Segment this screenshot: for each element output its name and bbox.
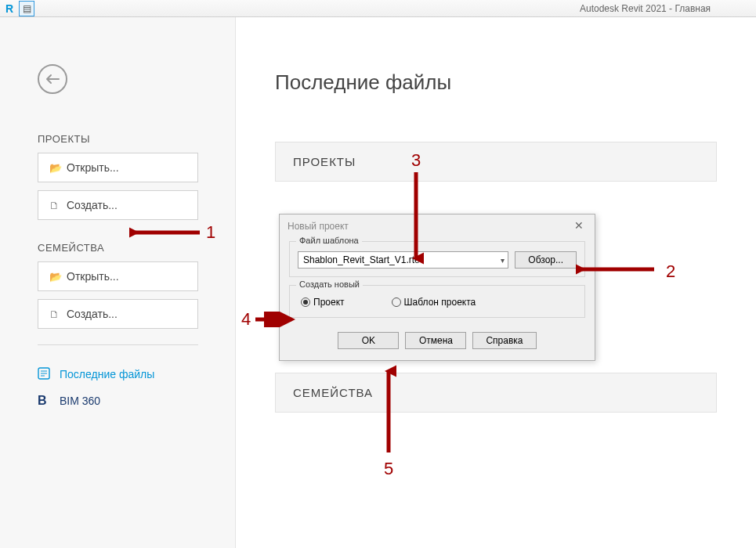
nav-bim360[interactable]: B BIM 360 — [38, 388, 198, 414]
button-label: Обзор... — [528, 254, 563, 265]
folder-open-icon: 📂 — [49, 162, 67, 174]
button-label: Создать... — [67, 199, 118, 211]
revit-logo-icon: R — [2, 1, 17, 16]
section-projects-label: ПРОЕКТЫ — [38, 133, 213, 145]
browse-button[interactable]: Обзор... — [515, 251, 577, 269]
sidebar: ПРОЕКТЫ 📂 Открыть... 🗋 Создать... СЕМЕЙС… — [0, 17, 236, 548]
divider — [38, 344, 198, 345]
button-label: OK — [362, 335, 375, 346]
panel-title: ПРОЕКТЫ — [293, 155, 699, 168]
radio-dot-icon — [301, 297, 310, 307]
button-label: Создать... — [67, 308, 118, 320]
button-label: Открыть... — [67, 161, 119, 174]
app-title: Autodesk Revit 2021 - Главная — [580, 3, 711, 14]
template-file-select[interactable]: Shablon_Revit_Start_V1.rte ▾ — [298, 251, 508, 269]
radio-dot-icon — [392, 297, 401, 307]
back-button[interactable] — [38, 64, 67, 94]
document-new-icon: 🗋 — [49, 308, 67, 320]
section-families-label: СЕМЕЙСТВА — [38, 242, 213, 254]
dialog-titlebar[interactable]: Новый проект ✕ — [280, 215, 595, 238]
arrow-left-icon — [45, 74, 60, 85]
dialog-title-text: Новый проект — [288, 221, 349, 232]
group-create-new: Создать новый Проект Шаблон проекта — [289, 285, 585, 318]
families-create-button[interactable]: 🗋 Создать... — [38, 299, 198, 329]
radio-project[interactable]: Проект — [301, 297, 345, 308]
group-label: Файл шаблона — [296, 236, 362, 245]
nav-label: Последние файлы — [60, 368, 154, 380]
button-label: Отмена — [419, 335, 453, 346]
families-open-button[interactable]: 📂 Открыть... — [38, 261, 198, 291]
projects-create-button[interactable]: 🗋 Создать... — [38, 190, 198, 220]
chevron-down-icon: ▾ — [501, 256, 505, 265]
radio-label: Шаблон проекта — [404, 297, 476, 308]
nav-recent-files[interactable]: Последние файлы — [38, 361, 198, 388]
close-icon[interactable]: ✕ — [570, 218, 588, 233]
title-bar: R ▤ Autodesk Revit 2021 - Главная — [0, 0, 756, 17]
page-title: Последние файлы — [275, 70, 717, 95]
panel-families: СЕМЕЙСТВА — [275, 373, 717, 413]
ok-button[interactable]: OK — [338, 332, 399, 349]
select-value: Shablon_Revit_Start_V1.rte — [303, 254, 420, 265]
group-template-file: Файл шаблона Shablon_Revit_Start_V1.rte … — [289, 241, 585, 277]
radio-project-template[interactable]: Шаблон проекта — [392, 297, 476, 308]
button-label: Открыть... — [67, 270, 119, 283]
cancel-button[interactable]: Отмена — [405, 332, 466, 349]
projects-open-button[interactable]: 📂 Открыть... — [38, 153, 198, 182]
recent-files-icon — [38, 367, 60, 382]
group-label: Создать новый — [296, 279, 363, 289]
radio-label: Проект — [313, 297, 345, 308]
nav-label: BIM 360 — [60, 395, 100, 407]
new-project-dialog: Новый проект ✕ Файл шаблона Shablon_Revi… — [279, 214, 595, 361]
home-view-icon[interactable]: ▤ — [19, 1, 34, 16]
folder-open-icon: 📂 — [49, 271, 67, 283]
panel-projects: ПРОЕКТЫ — [275, 142, 717, 182]
document-new-icon: 🗋 — [49, 200, 67, 211]
help-button[interactable]: Справка — [472, 332, 536, 349]
button-label: Справка — [486, 335, 523, 346]
bim360-icon: B — [38, 394, 60, 408]
panel-title: СЕМЕЙСТВА — [293, 386, 699, 399]
